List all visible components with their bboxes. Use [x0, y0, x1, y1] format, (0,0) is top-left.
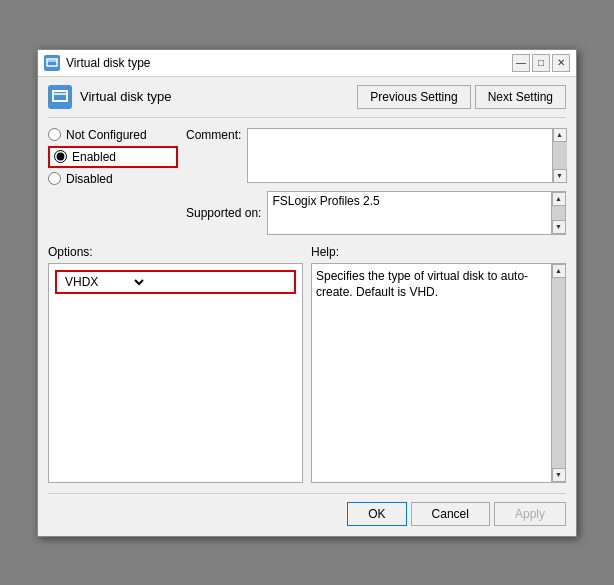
close-button[interactable]: ✕ [552, 54, 570, 72]
window-title: Virtual disk type [66, 56, 506, 70]
cancel-button[interactable]: Cancel [411, 502, 490, 526]
dialog-header: Virtual disk type Previous Setting Next … [48, 85, 566, 118]
help-scrollbar: ▲ ▼ [551, 264, 565, 482]
main-area: Not Configured Enabled Disabled [48, 128, 566, 245]
right-panel: Comment: ▲ ▼ [186, 128, 566, 245]
dialog-window: Virtual disk type — □ ✕ Virtual disk typ… [37, 49, 577, 537]
window-icon [44, 55, 60, 71]
radio-group: Not Configured Enabled Disabled [48, 128, 178, 186]
supported-scroll-down[interactable]: ▼ [552, 220, 566, 234]
apply-button[interactable]: Apply [494, 502, 566, 526]
vhdx-select-wrapper[interactable]: VHDX VHD [55, 270, 296, 294]
comment-textarea[interactable] [248, 129, 565, 182]
help-scroll-down[interactable]: ▼ [552, 468, 566, 482]
not-configured-radio[interactable]: Not Configured [48, 128, 178, 142]
window-controls: — □ ✕ [512, 54, 570, 72]
help-scroll-up[interactable]: ▲ [552, 264, 566, 278]
title-bar: Virtual disk type — □ ✕ [38, 50, 576, 77]
supported-value: FSLogix Profiles 2.5 [272, 194, 379, 208]
dialog-title: Virtual disk type [80, 89, 349, 104]
dialog-icon [48, 85, 72, 109]
svg-rect-0 [47, 59, 57, 66]
help-col: Help: Specifies the type of virtual disk… [311, 245, 566, 483]
next-setting-button[interactable]: Next Setting [475, 85, 566, 109]
left-panel: Not Configured Enabled Disabled [48, 128, 178, 245]
disabled-label: Disabled [66, 172, 113, 186]
comment-scroll-up[interactable]: ▲ [553, 128, 567, 142]
vhdx-select[interactable]: VHDX VHD [57, 272, 147, 292]
comment-scrollbar: ▲ ▼ [552, 128, 566, 183]
enabled-input[interactable] [54, 150, 67, 163]
minimize-button[interactable]: — [512, 54, 530, 72]
help-scroll-track [552, 278, 566, 468]
comment-box-container: ▲ ▼ [247, 128, 566, 183]
comment-row: Comment: ▲ ▼ [186, 128, 566, 183]
ok-button[interactable]: OK [347, 502, 406, 526]
options-box: VHDX VHD [48, 263, 303, 483]
options-label: Options: [48, 245, 303, 259]
not-configured-input[interactable] [48, 128, 61, 141]
svg-rect-2 [53, 91, 67, 101]
help-text: Specifies the type of virtual disk to au… [316, 269, 528, 300]
comment-scroll-down[interactable]: ▼ [553, 169, 567, 183]
comment-scroll-track [553, 142, 567, 169]
help-label: Help: [311, 245, 566, 259]
supported-scroll-up[interactable]: ▲ [552, 192, 566, 206]
bottom-buttons: OK Cancel Apply [48, 493, 566, 526]
supported-scroll-track [552, 206, 566, 220]
comment-label: Comment: [186, 128, 241, 180]
supported-section: Supported on: FSLogix Profiles 2.5 ▲ ▼ [186, 191, 566, 235]
enabled-label: Enabled [72, 150, 116, 164]
window-content: Virtual disk type Previous Setting Next … [38, 77, 576, 536]
disabled-radio[interactable]: Disabled [48, 172, 178, 186]
comment-section: Comment: ▲ ▼ [186, 128, 566, 183]
disabled-input[interactable] [48, 172, 61, 185]
options-help-row: Options: VHDX VHD Help: Specifies the ty… [48, 245, 566, 483]
maximize-button[interactable]: □ [532, 54, 550, 72]
not-configured-label: Not Configured [66, 128, 147, 142]
enabled-radio[interactable]: Enabled [48, 146, 178, 168]
nav-buttons: Previous Setting Next Setting [357, 85, 566, 109]
prev-setting-button[interactable]: Previous Setting [357, 85, 470, 109]
comment-box-wrapper: ▲ ▼ [247, 128, 566, 183]
supported-label: Supported on: [186, 206, 261, 220]
options-col: Options: VHDX VHD [48, 245, 303, 483]
supported-scrollbar: ▲ ▼ [551, 192, 565, 234]
supported-field: FSLogix Profiles 2.5 ▲ ▼ [267, 191, 566, 235]
help-box: Specifies the type of virtual disk to au… [311, 263, 566, 483]
